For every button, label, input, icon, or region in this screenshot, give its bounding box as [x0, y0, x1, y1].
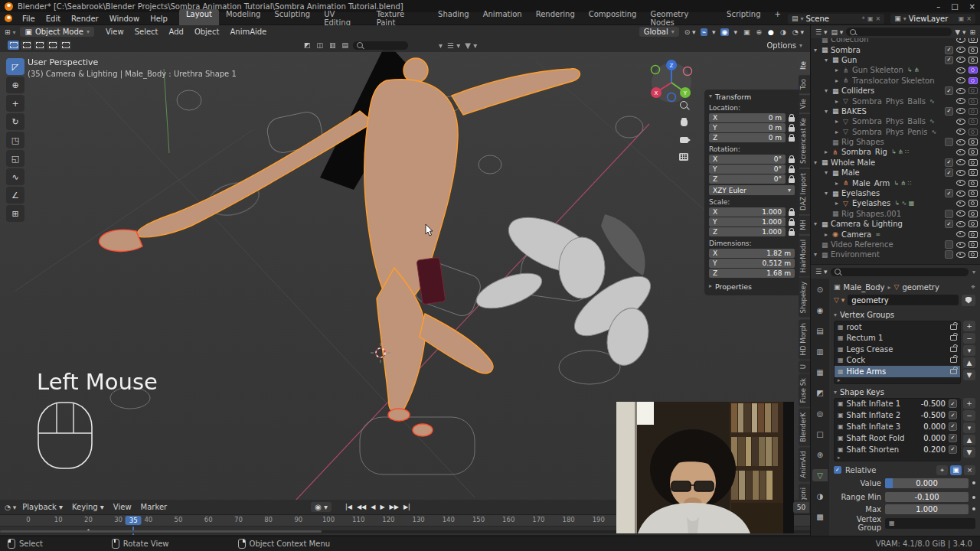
expander-icon[interactable]: ▸: [835, 200, 843, 207]
new-viewlayer-icon[interactable]: ▣: [959, 15, 965, 22]
sidebar-tab[interactable]: BlenderK: [799, 409, 810, 446]
properties-search-input[interactable]: [831, 268, 969, 276]
sidebar-tab[interactable]: polygoni: [799, 484, 810, 501]
expander-icon[interactable]: ▾: [825, 87, 832, 94]
editor-type-icon[interactable]: ☰ ▾: [815, 268, 827, 276]
outliner-row[interactable]: ▸ ⋔ Male_Arm ↳ ⋔ ∷: [811, 178, 980, 187]
shape-key-checkbox[interactable]: [949, 411, 957, 419]
expander-icon[interactable]: ▾: [825, 190, 832, 197]
vertex-group-row[interactable]: ▦ Cock: [835, 355, 960, 367]
dimension-field[interactable]: Z1.68 m: [709, 269, 795, 278]
zoom-icon[interactable]: [677, 98, 691, 112]
collection-checkbox[interactable]: [945, 138, 953, 146]
viewport-header-icon[interactable]: ◔ ▾: [791, 28, 805, 36]
shape-key-option-button[interactable]: ⌖: [936, 465, 948, 475]
remove-viewlayer-icon[interactable]: ×: [966, 15, 972, 22]
outliner-row[interactable]: ▦ Video Reference: [811, 240, 980, 249]
snap-target-icon[interactable]: ▤: [341, 41, 351, 49]
list-action-button[interactable]: −: [963, 410, 975, 421]
menu-item[interactable]: Window: [104, 14, 145, 24]
shape-key-option-button[interactable]: ▣: [950, 465, 962, 475]
collection-checkbox[interactable]: [945, 56, 953, 64]
select-mode-button[interactable]: [8, 41, 19, 50]
disable-render-icon[interactable]: [969, 47, 978, 54]
transform-orientation-dropdown[interactable]: Global ▾: [639, 27, 679, 37]
disable-render-icon[interactable]: [969, 129, 978, 135]
collection-checkbox[interactable]: [945, 240, 953, 249]
disable-render-icon[interactable]: [969, 77, 978, 84]
mode-dropdown[interactable]: ▣ Object Mode ▾: [20, 27, 93, 37]
sidebar-tab[interactable]: HairModul: [799, 236, 810, 276]
rotation-mode-dropdown[interactable]: XZY Euler▾: [709, 185, 795, 195]
options-dropdown[interactable]: Options ▾: [766, 41, 802, 50]
vertex-group-row[interactable]: ▦ root: [835, 321, 960, 333]
shape-key-row[interactable]: ▣ Shaft Shorten 0.200: [835, 444, 960, 455]
navigation-gizmo[interactable]: Z X Y: [651, 60, 692, 103]
collection-checkbox[interactable]: [945, 250, 953, 259]
hide-eye-icon[interactable]: [956, 57, 965, 63]
disable-render-icon[interactable]: [969, 38, 978, 43]
lock-icon[interactable]: [789, 137, 795, 142]
hide-eye-icon[interactable]: [956, 242, 965, 248]
disable-render-icon[interactable]: [969, 169, 978, 176]
outliner-row[interactable]: ▾ ▦ Male: [811, 168, 980, 178]
properties-tab[interactable]: ▽: [812, 469, 828, 481]
close-button[interactable]: ×: [969, 2, 975, 11]
overlay-dropdown-icon[interactable]: ▾: [439, 41, 443, 50]
timeline-menu-item[interactable]: Playback ▾: [18, 503, 67, 511]
collection-checkbox[interactable]: [945, 107, 953, 116]
sidebar-tab[interactable]: MH: [799, 216, 810, 234]
pin-icon[interactable]: ⌖: [861, 15, 865, 22]
viewport-header-icon[interactable]: ▣: [742, 28, 752, 36]
properties-tab[interactable]: ◑: [812, 490, 828, 502]
timeline-menu-item[interactable]: View: [109, 503, 136, 511]
expander-icon[interactable]: ▸: [835, 67, 843, 73]
location-field[interactable]: X0 m: [709, 113, 786, 122]
overlay-dropdown-icon[interactable]: ☰ ▾: [447, 41, 460, 50]
lock-icon[interactable]: [789, 231, 795, 236]
disable-render-icon[interactable]: [969, 57, 978, 64]
hide-eye-icon[interactable]: [956, 67, 965, 73]
animate-dot-icon[interactable]: [972, 507, 975, 510]
sidebar-tab[interactable]: HD Morph: [799, 319, 810, 359]
shape-key-value[interactable]: 0.000: [923, 422, 946, 431]
collection-checkbox[interactable]: [945, 86, 953, 95]
properties-tab[interactable]: ◉: [812, 304, 828, 316]
hide-eye-icon[interactable]: [956, 139, 965, 145]
hide-eye-icon[interactable]: [956, 119, 965, 125]
outliner-row[interactable]: ▸ ▽ Eyelashes ↳ ∿ ▦: [811, 198, 980, 208]
tool-button[interactable]: ↻: [6, 113, 24, 130]
properties-tab[interactable]: ◩: [812, 386, 828, 399]
outliner-row[interactable]: ▾ ▦ Sombra: [811, 44, 980, 54]
lock-icon[interactable]: [789, 221, 795, 226]
playback-button[interactable]: ◀: [371, 504, 375, 510]
playback-button[interactable]: ◀◀: [357, 504, 366, 510]
vertex-group-field[interactable]: ▦: [885, 518, 975, 529]
lock-open-icon[interactable]: [950, 357, 957, 363]
outliner-row[interactable]: ▸ ▽ Sombra_Phys_Balls ∿: [811, 96, 980, 106]
list-expand-icon[interactable]: ▸: [835, 377, 960, 383]
blender-menu-icon[interactable]: [5, 15, 12, 22]
shape-key-row[interactable]: ▣ Shaft Inflate 3 0.000: [835, 421, 960, 432]
viewport-header-icon[interactable]: ⊕: [755, 28, 764, 36]
collection-checkbox[interactable]: [945, 210, 953, 218]
hide-eye-icon[interactable]: [956, 180, 965, 186]
disable-render-icon[interactable]: [969, 139, 978, 145]
disable-render-icon[interactable]: [969, 98, 978, 105]
overlay-dropdown-icon[interactable]: ▼ ▾: [465, 41, 477, 50]
select-mode-button[interactable]: [21, 41, 32, 50]
shape-key-checkbox[interactable]: [949, 399, 957, 408]
rotation-field[interactable]: X0°: [709, 155, 786, 164]
minimize-button[interactable]: –: [936, 2, 940, 11]
collection-checkbox[interactable]: [945, 46, 953, 54]
outliner-row[interactable]: ▦ Rig Shapes: [811, 137, 980, 147]
outliner-display-mode-icon[interactable]: ▤ ▾: [831, 28, 843, 36]
hide-eye-icon[interactable]: [956, 149, 965, 155]
menu-item[interactable]: Edit: [41, 14, 66, 24]
scene-selector[interactable]: ▤ ▾ Scene ⌖ ▣ ×: [788, 14, 884, 24]
properties-tab[interactable]: ▥: [812, 345, 828, 357]
list-action-button[interactable]: ▾: [963, 345, 975, 356]
disable-render-icon[interactable]: [969, 148, 978, 155]
unlink-scene-icon[interactable]: ×: [876, 15, 881, 22]
timeline-menu-item[interactable]: Marker: [136, 503, 172, 511]
